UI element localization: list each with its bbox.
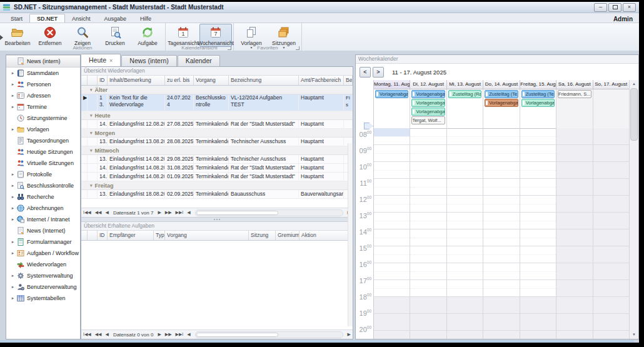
- tree-expander-icon[interactable]: ▸: [6, 194, 17, 199]
- tree-expander-icon[interactable]: ▸: [6, 273, 17, 278]
- time-slot[interactable]: [556, 162, 592, 179]
- time-slot[interactable]: [483, 229, 519, 246]
- pager-next-button[interactable]: ▶: [156, 332, 163, 337]
- time-slot[interactable]: [447, 128, 483, 145]
- zeigen-button[interactable]: Zeigen: [66, 24, 99, 47]
- time-slot[interactable]: [520, 128, 556, 145]
- time-slot[interactable]: [447, 162, 483, 179]
- calendar-event[interactable]: Vorlagenabga...: [375, 90, 408, 98]
- column-header-bezeichnung[interactable]: Bezeichnung: [229, 76, 299, 85]
- calendar-event[interactable]: Tergat, Wolf...: [411, 116, 445, 124]
- day-header-montag-11-aug[interactable]: Montag, 11. Aug: [374, 80, 410, 89]
- time-slot[interactable]: [410, 331, 446, 339]
- time-slot[interactable]: [520, 145, 556, 162]
- day-header-mi-13-august[interactable]: Mi, 13. August: [447, 80, 483, 89]
- time-slot[interactable]: [410, 229, 446, 246]
- time-slot[interactable]: [374, 179, 410, 196]
- close-button[interactable]: ×: [623, 3, 636, 12]
- sidebar-item-stammdaten[interactable]: ▸Stammdaten: [6, 68, 80, 79]
- time-slot[interactable]: [556, 128, 592, 145]
- time-slot[interactable]: [520, 179, 556, 196]
- group-row-heute[interactable]: ▾Heute: [81, 111, 353, 120]
- time-slot[interactable]: [593, 145, 629, 162]
- next-week-button[interactable]: >: [373, 67, 384, 78]
- time-slot[interactable]: [483, 145, 519, 162]
- dialog-launcher-icon[interactable]: [228, 46, 231, 50]
- tab-kalender[interactable]: Kalender: [178, 55, 220, 66]
- time-slot[interactable]: [410, 263, 446, 280]
- tree-expander-icon[interactable]: ▸: [6, 206, 17, 211]
- scrollbar-thumb[interactable]: [196, 333, 278, 337]
- tree-expander-icon[interactable]: ▸: [6, 296, 17, 301]
- close-tab-icon[interactable]: ×: [109, 58, 113, 64]
- allday-cell-do-14-august[interactable]: Zustelltag (Te...Vorlagenabga...: [483, 89, 520, 128]
- time-slot[interactable]: [410, 280, 446, 297]
- table-row[interactable]: 14...Einladungsfrist 14.08.202501.09.202…: [81, 173, 353, 181]
- time-slot[interactable]: [556, 196, 592, 213]
- tree-expander-icon[interactable]: ▸: [6, 172, 17, 177]
- group-row-mittwoch[interactable]: ▾Mittwoch: [81, 146, 353, 155]
- time-slot[interactable]: [410, 213, 446, 229]
- time-slot[interactable]: [447, 297, 483, 314]
- column-header-empf-nger[interactable]: Empfänger: [108, 231, 154, 240]
- collapse-caret-icon[interactable]: ▾: [81, 131, 95, 136]
- calendar-event[interactable]: Vorlagenabga...: [411, 108, 445, 116]
- sidebar-item-news-intern[interactable]: News (intern): [6, 55, 80, 68]
- allday-cell-di-12-august[interactable]: Vorlagenabga...Vorlagenabga...Vorlagenab…: [410, 89, 446, 128]
- sidebar-item-aufgaben-workflow[interactable]: ▸Aufgaben / Workflow: [6, 248, 80, 259]
- sidebar-item-tagesordnungen[interactable]: Tagesordnungen: [6, 135, 80, 146]
- pager-first-button[interactable]: I◀◀: [81, 210, 93, 215]
- collapse-arrow-icon[interactable]: [0, 35, 3, 40]
- collapse-caret-icon[interactable]: ▾: [81, 88, 95, 93]
- time-slot[interactable]: [556, 263, 592, 280]
- time-slot[interactable]: [483, 246, 519, 263]
- time-slot[interactable]: [410, 145, 446, 162]
- allday-cell-mi-13-august[interactable]: Zustelltag (Ra...: [447, 89, 483, 128]
- column-header-gremium[interactable]: Gremium: [276, 231, 299, 240]
- tree-expander-icon[interactable]: ▸: [6, 251, 17, 256]
- time-slot[interactable]: [593, 179, 629, 196]
- allday-cell-montag-11-aug[interactable]: Vorlagenabga...: [374, 89, 410, 128]
- bearbeiten-button[interactable]: Bearbeiten: [1, 24, 34, 47]
- time-slot[interactable]: [520, 331, 556, 339]
- menu-tab-ausgabe[interactable]: Ausgabe: [98, 14, 134, 23]
- column-header-inhalt-bemerkung[interactable]: Inhalt/Bemerkung: [108, 76, 165, 85]
- table-row[interactable]: 13...Einladungsfrist 18.08.202502.09.202…: [81, 190, 353, 199]
- sidebar-item-vorlagen[interactable]: ▸Vorlagen: [6, 124, 80, 135]
- time-slot[interactable]: [410, 246, 446, 263]
- sidebar-item-wiedervorlagen[interactable]: Wiedervorlagen: [6, 259, 80, 270]
- time-slot[interactable]: [483, 162, 519, 179]
- pager-prev-page-button[interactable]: ◀◀: [93, 210, 104, 215]
- resubmissions-vertical-scrollbar[interactable]: [348, 143, 353, 326]
- time-slot[interactable]: [410, 179, 446, 196]
- time-slot[interactable]: [593, 128, 629, 145]
- sidebar-item-virtuelle-sitzungen[interactable]: Virtuelle Sitzungen: [6, 158, 80, 169]
- column-header-aktion[interactable]: Aktion: [299, 231, 348, 240]
- column-header-sitzung[interactable]: Sitzung: [249, 231, 276, 240]
- previous-week-button[interactable]: <: [360, 67, 371, 78]
- sidebar-item-news-internet[interactable]: News (Internet): [6, 225, 80, 236]
- calendar-event[interactable]: Zustelltag (Te...: [521, 90, 555, 98]
- calendar-event[interactable]: Vorlagenabga...: [521, 99, 555, 107]
- time-slot[interactable]: [447, 196, 483, 213]
- time-slot[interactable]: [374, 229, 410, 246]
- day-header-sa-16-august[interactable]: Sa, 16. August: [556, 80, 593, 89]
- sidebar-item-abrechnungen[interactable]: ▸Abrechnungen: [6, 203, 80, 214]
- time-slot[interactable]: [520, 314, 556, 331]
- time-slot[interactable]: [447, 331, 483, 339]
- time-slot[interactable]: [374, 128, 410, 145]
- time-slot[interactable]: [520, 297, 556, 314]
- menu-tab-hilfe[interactable]: Hilfe: [133, 14, 158, 23]
- time-slot[interactable]: [374, 314, 410, 331]
- allday-cell-sa-16-august[interactable]: Friedmann, S...: [556, 89, 593, 128]
- sidebar-item-formularmanager[interactable]: ▸Formularmanager: [6, 236, 80, 248]
- minimize-button[interactable]: –: [594, 3, 607, 12]
- day-header-freitag-15-aug[interactable]: Freitag, 15. Aug: [520, 80, 556, 89]
- tree-expander-icon[interactable]: ▸: [6, 217, 17, 222]
- calendar-event[interactable]: Vorlagenabga...: [485, 99, 518, 107]
- time-slot[interactable]: [520, 263, 556, 280]
- column-header-vorgang[interactable]: Vorgang: [165, 231, 249, 240]
- entfernen-button[interactable]: Entfernen: [34, 24, 66, 47]
- time-slot[interactable]: [520, 213, 556, 229]
- time-slot[interactable]: [374, 263, 410, 280]
